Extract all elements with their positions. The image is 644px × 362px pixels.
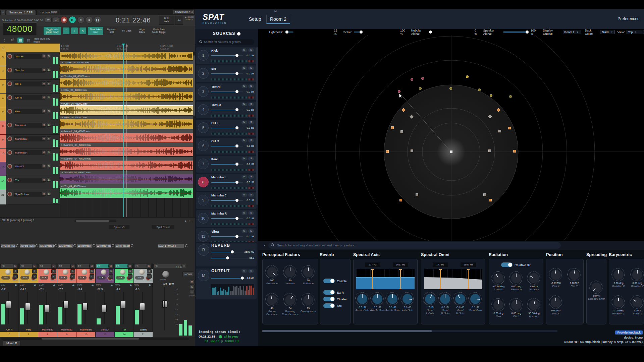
mixer-strip[interactable]: FX⏻in ▾0.00🔈-4.7MS〻RouteTbr14 [115,263,133,337]
pause-button[interactable]: ❚❚ [94,16,101,23]
source-number-circle[interactable]: 7 [198,159,209,169]
bpm-box[interactable]: BPM120 [159,16,174,25]
route-button[interactable]: 〻 [147,274,152,279]
reverb-enable-toggle[interactable]: Enable [323,279,347,283]
mixer-strip[interactable]: FX⏻in ▾0.00🔈-7.7MS〻RouteMarimbaC9 [57,263,76,337]
source-marker[interactable] [466,75,469,78]
track-row[interactable]: 5OH LMS [0,80,60,94]
pan-knob[interactable] [101,269,106,275]
route-button[interactable]: 〻 [190,290,195,294]
source-solo-button[interactable]: S [248,157,254,161]
send-knob-icon[interactable] [93,244,95,247]
route-button[interactable]: 〻 [128,274,132,279]
source-number-circle[interactable]: 3 [198,86,209,97]
provide-feedback-button[interactable]: Provide feedback [615,330,643,335]
toolbar-button[interactable]: Toggle auto group newly [44,27,61,35]
speaker-marker[interactable] [386,150,389,153]
strip-number[interactable]: 13 [96,332,114,337]
track-name[interactable]: OH L [14,81,45,86]
go-start-button[interactable]: ⏮ [45,17,52,23]
track-name[interactable]: MarimbaL [14,123,45,128]
view-dropdown[interactable]: Top▼ [627,30,644,34]
source-solo-button[interactable]: S [248,211,254,215]
speaker-marker[interactable] [416,193,418,196]
source-gain-slider[interactable] [211,108,243,112]
track-row[interactable]: 6OH RMS [0,94,60,107]
send-button[interactable]: 30:MarimbaC ToS [58,244,73,248]
solo-button[interactable]: S [90,269,94,274]
arrange-view[interactable]: 1.1.000:00.00513.1.0017:04.001025.1.0034… [60,44,195,217]
speaker-marker[interactable] [391,126,394,129]
input-selector[interactable]: in ▾ [78,276,87,280]
knob[interactable] [550,297,561,308]
source-number-circle[interactable]: 5 [198,122,209,133]
properties-search-input[interactable]: Search for anything about sources and th… [268,242,561,249]
route-button[interactable]: 〻 [70,274,75,279]
group-tool-icon[interactable]: ⌃ [63,27,69,34]
undo-icon[interactable]: ↺ [9,38,15,43]
repeat-button[interactable]: ↻ [77,16,85,23]
reverb-value-slider[interactable]: 65.0 [211,256,254,260]
metronome-icon[interactable]: ⍙ [1,38,7,43]
source-number-circle[interactable]: 9 [198,195,209,205]
source-number-circle[interactable]: 4 [198,104,209,115]
input-selector[interactable]: in ▾ [135,276,144,280]
knob[interactable] [511,273,522,284]
input-selector[interactable]: in ▾ [1,276,10,280]
mute-button[interactable]: M [109,264,113,268]
midi-send-button[interactable]: MADI 1 / MADI 2 [158,244,184,248]
speaker-marker[interactable] [513,150,516,153]
source-gain-slider[interactable] [211,144,243,148]
pan-knob[interactable] [139,269,145,275]
pan-knob[interactable] [120,269,125,275]
knob[interactable] [528,299,540,311]
mute-button[interactable]: M [42,150,46,154]
source-marker[interactable] [478,88,481,91]
track-name[interactable]: Tbr [14,178,45,183]
reverb-tail-toggle[interactable]: Tail [323,303,341,308]
play-mode-label[interactable]: Tape style play mode [34,37,51,43]
route-button[interactable]: 〻 [90,274,94,279]
spectral-omni-display[interactable]: 177 Hz5657 Hz [424,269,482,289]
tab-setup[interactable]: Setup [246,15,265,23]
input-selector[interactable]: in ▾ [59,276,67,280]
track-row[interactable]: 14TbrMS [0,176,60,190]
send-button[interactable]: 32:VibraDI ToSpa [96,244,111,248]
timeline-ruler[interactable]: 1.1.000:00.00513.1.0017:04.001025.1.0034… [60,44,195,52]
transport-time-display[interactable]: 0:21:22:46 [116,16,151,24]
freq-low-label[interactable]: 177 Hz [365,262,380,267]
send-knob-icon[interactable] [16,244,19,247]
sources-search-input[interactable]: Search for sources or groups [197,39,254,45]
knob[interactable] [439,293,451,305]
knob[interactable] [511,299,522,311]
mute-button[interactable]: M [190,280,195,284]
track-row[interactable]: 4Tom LoMS [0,66,60,80]
fx-button[interactable]: FX⏻ [153,264,187,268]
source-solo-button[interactable]: S [248,193,254,197]
track-row[interactable]: 10MarimbaRMS [0,148,60,162]
knob[interactable] [303,266,314,278]
track-name[interactable]: Tom Hi [14,54,45,59]
knob[interactable] [303,294,314,306]
source-mute-button[interactable]: M [241,84,247,88]
preferences-button[interactable]: Preferences [618,16,639,21]
fader-handle[interactable] [25,303,30,310]
source-gain-slider[interactable] [211,199,243,202]
record-arm-button[interactable] [7,123,12,127]
knob[interactable] [613,269,624,281]
knob[interactable] [550,269,561,281]
toolbar-button[interactable]: Align takes [135,28,149,34]
speaker-marker[interactable] [488,149,491,152]
source-marker[interactable] [509,95,512,98]
track-name[interactable]: MarimbaR [14,150,45,155]
mute-button[interactable]: M [13,264,18,268]
fx-power-icon[interactable]: ⏻ [181,264,186,267]
tab-room-2[interactable]: Room 2 [266,15,290,24]
knob[interactable] [424,293,436,305]
track-name[interactable]: SpatReturn [14,192,45,197]
arrange-vertical-scrollbar[interactable] [193,52,195,217]
route-button[interactable]: 〻 [13,274,18,279]
knob[interactable] [613,297,624,308]
send-button[interactable]: 28:Perc ToSpat [20,244,35,248]
source-marker[interactable] [421,77,424,80]
